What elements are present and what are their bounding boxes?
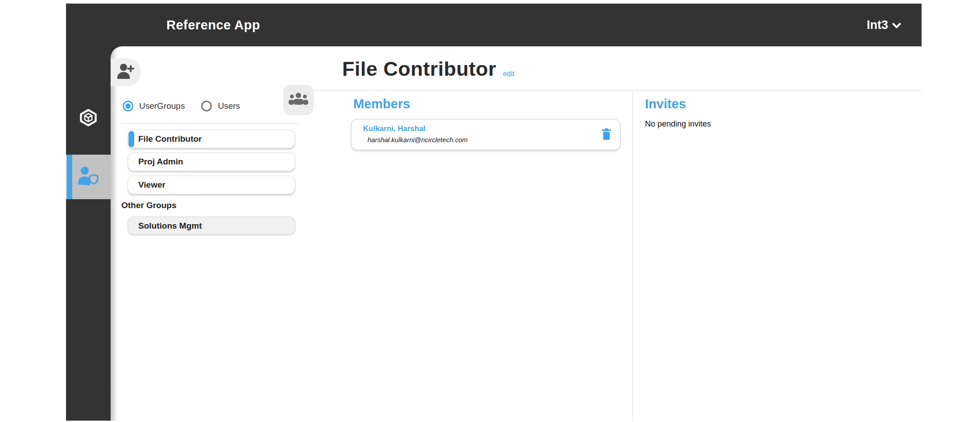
chevron-down-icon — [892, 18, 901, 32]
left-rail — [66, 46, 111, 421]
user-security-icon — [77, 166, 100, 188]
radio-dot — [125, 103, 131, 109]
group-item-label: Proj Admin — [138, 157, 183, 167]
top-bar: Reference App Int3 — [66, 4, 922, 46]
member-name: Kulkarni, Harshal — [363, 124, 426, 133]
person-add-icon — [116, 63, 136, 82]
instance-menu-label: Int3 — [867, 18, 888, 32]
page-title: File Contributor — [342, 58, 496, 80]
invites-empty-text: No pending invites — [645, 119, 711, 129]
radio-users-label[interactable]: Users — [218, 101, 240, 111]
radio-usergroups-label[interactable]: UserGroups — [139, 101, 185, 111]
group-item-viewer[interactable]: Viewer — [128, 176, 295, 194]
remove-member-button[interactable] — [602, 119, 611, 151]
main-content: File Contributor edit UserGroups Users F… — [111, 46, 922, 421]
other-groups-label: Other Groups — [121, 201, 177, 210]
left-column-divider — [121, 123, 300, 124]
app-title: Reference App — [166, 4, 260, 46]
model-cube-icon — [79, 107, 98, 130]
trash-icon — [602, 128, 611, 142]
page-title-row: File Contributor edit — [342, 58, 514, 80]
view-toggle: UserGroups Users — [123, 101, 240, 111]
panel-top-divider — [293, 90, 922, 90]
radio-usergroups[interactable] — [123, 101, 133, 111]
members-heading: Members — [353, 97, 410, 111]
group-item-label: Solutions Mgmt — [138, 221, 202, 231]
radio-users[interactable] — [201, 101, 212, 111]
people-group-icon — [288, 92, 309, 107]
instance-menu[interactable]: Int3 — [867, 4, 901, 46]
app-window: Reference App Int3 — [0, 0, 980, 422]
add-user-button[interactable] — [111, 58, 141, 86]
group-item-proj-admin[interactable]: Proj Admin — [128, 152, 295, 171]
group-item-solutions-mgmt[interactable]: Solutions Mgmt — [128, 217, 295, 235]
invites-heading: Invites — [645, 97, 686, 111]
members-invites-divider — [633, 90, 633, 421]
group-item-label: File Contributor — [138, 134, 202, 144]
selected-group-accent — [128, 131, 134, 147]
member-card: Kulkarni, Harshal harshal.kulkarni@ncirc… — [351, 119, 620, 150]
active-indicator — [67, 155, 72, 199]
group-item-file-contributor[interactable]: File Contributor — [128, 130, 295, 148]
edit-link[interactable]: edit — [503, 70, 514, 80]
rail-item-model[interactable] — [66, 108, 111, 129]
groups-tab-button[interactable] — [283, 85, 314, 115]
rail-item-users-active[interactable] — [66, 155, 111, 199]
group-item-label: Viewer — [138, 180, 165, 190]
member-email: harshal.kulkarni@ncircletech.com — [368, 136, 467, 143]
